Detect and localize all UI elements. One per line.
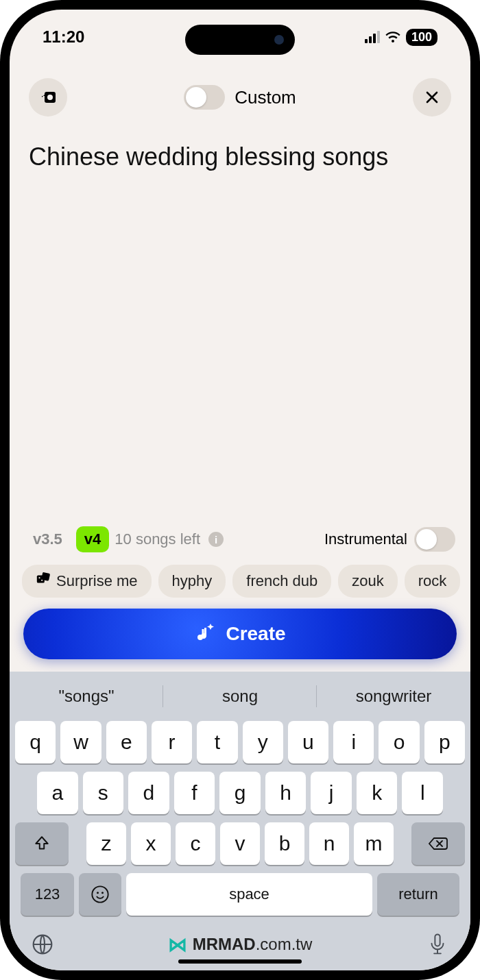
chip-label: Surprise me	[56, 572, 138, 590]
chip-hyphy[interactable]: hyphy	[158, 565, 226, 598]
key-row-3: z x c v b n m	[15, 822, 465, 865]
suggestion-bar: "songs" song songwriter	[10, 676, 470, 717]
key-k[interactable]: k	[357, 772, 398, 814]
phone-frame: 11:20 100 Custom	[0, 0, 480, 980]
globe-icon[interactable]	[30, 932, 55, 957]
key-o[interactable]: o	[379, 721, 419, 763]
version-v4[interactable]: v4	[76, 526, 109, 552]
key-r[interactable]: r	[152, 721, 192, 763]
key-g[interactable]: g	[219, 772, 261, 814]
svg-rect-7	[202, 629, 204, 637]
key-d[interactable]: d	[128, 772, 169, 814]
key-return[interactable]: return	[377, 873, 459, 916]
key-space[interactable]: space	[126, 873, 372, 916]
key-h[interactable]: h	[265, 772, 307, 814]
key-i[interactable]: i	[333, 721, 374, 763]
keyboard-footer: ⋈ MRMAD.com.tw	[10, 928, 470, 970]
key-b[interactable]: b	[265, 822, 304, 865]
chip-label: french dub	[246, 572, 317, 590]
screen: 11:20 100 Custom	[10, 10, 470, 970]
key-s[interactable]: s	[83, 772, 124, 814]
watermark-brand: MRMAD	[193, 935, 256, 953]
header-row: Custom	[10, 64, 470, 130]
dice-icon	[36, 572, 51, 591]
chip-zouk[interactable]: zouk	[338, 565, 397, 598]
chip-rock[interactable]: rock	[405, 565, 461, 598]
options-right: Instrumental	[324, 527, 455, 552]
chip-surprise-me[interactable]: Surprise me	[22, 565, 152, 598]
custom-label: Custom	[235, 87, 296, 108]
signal-icon	[365, 31, 380, 43]
key-m[interactable]: m	[354, 822, 394, 865]
key-l[interactable]: l	[402, 772, 443, 814]
svg-point-4	[38, 577, 40, 578]
chip-label: zouk	[352, 572, 383, 590]
prompt-area[interactable]: Chinese wedding blessing songs	[10, 130, 470, 184]
version-v35[interactable]: v3.5	[25, 526, 71, 552]
key-backspace[interactable]	[411, 822, 465, 865]
key-row-2: a s d f g h j k l	[15, 772, 465, 814]
svg-rect-3	[41, 572, 50, 581]
home-indicator	[178, 959, 302, 964]
svg-point-5	[41, 580, 43, 581]
dynamic-island	[185, 25, 295, 55]
key-j[interactable]: j	[311, 772, 352, 814]
key-123[interactable]: 123	[21, 873, 74, 916]
svg-point-9	[97, 892, 99, 894]
key-e[interactable]: e	[106, 721, 147, 763]
key-c[interactable]: c	[176, 822, 215, 865]
key-rows: q w e r t y u i o p a s d f g h	[10, 717, 470, 928]
key-v[interactable]: v	[220, 822, 260, 865]
custom-toggle[interactable]	[184, 85, 225, 110]
svg-point-10	[101, 892, 104, 894]
instrumental-toggle[interactable]	[414, 527, 455, 552]
key-q[interactable]: q	[15, 721, 56, 763]
key-emoji[interactable]	[79, 873, 121, 916]
key-p[interactable]: p	[424, 721, 465, 763]
options-left: v3.5 v4 10 songs left i	[25, 526, 224, 552]
mic-icon[interactable]	[425, 932, 450, 957]
status-time: 11:20	[43, 27, 84, 47]
svg-point-8	[92, 886, 108, 902]
suggestion-1[interactable]: "songs"	[10, 676, 163, 717]
key-x[interactable]: x	[131, 822, 171, 865]
create-label: Create	[226, 623, 285, 645]
create-wrap: Create	[10, 609, 470, 672]
key-y[interactable]: y	[243, 721, 283, 763]
options-row: v3.5 v4 10 songs left i Instrumental	[10, 526, 470, 561]
camera-back-button[interactable]	[29, 78, 67, 117]
suggestion-2[interactable]: song	[163, 676, 317, 717]
wifi-icon	[385, 27, 400, 47]
key-row-bottom: 123 space return	[15, 873, 465, 922]
key-t[interactable]: t	[197, 721, 237, 763]
spacer	[10, 184, 470, 526]
custom-toggle-group: Custom	[184, 85, 296, 110]
songs-left-label: 10 songs left	[115, 530, 200, 548]
close-button[interactable]	[413, 78, 451, 117]
battery-badge: 100	[406, 29, 437, 46]
music-sparkle-icon	[194, 621, 216, 648]
svg-rect-12	[435, 934, 440, 946]
suggestion-3[interactable]: songwriter	[317, 676, 470, 717]
prompt-text: Chinese wedding blessing songs	[29, 141, 451, 173]
watermark-icon: ⋈	[168, 933, 187, 956]
key-f[interactable]: f	[174, 772, 215, 814]
info-icon[interactable]: i	[208, 532, 224, 547]
key-z[interactable]: z	[86, 822, 126, 865]
watermark-tld: .com.tw	[256, 935, 313, 953]
key-row-1: q w e r t y u i o p	[15, 721, 465, 763]
key-n[interactable]: n	[309, 822, 349, 865]
chip-label: hyphy	[172, 572, 213, 590]
watermark: ⋈ MRMAD.com.tw	[168, 933, 313, 956]
key-shift[interactable]	[15, 822, 69, 865]
key-w[interactable]: w	[60, 721, 101, 763]
style-chips-row: Surprise me hyphy french dub zouk rock	[10, 561, 470, 609]
key-u[interactable]: u	[288, 721, 328, 763]
key-a[interactable]: a	[37, 772, 78, 814]
create-button[interactable]: Create	[23, 609, 457, 659]
keyboard: "songs" song songwriter q w e r t y u i …	[10, 672, 470, 970]
instrumental-label: Instrumental	[324, 530, 407, 548]
status-right: 100	[365, 27, 437, 47]
svg-point-1	[47, 95, 53, 100]
chip-french-dub[interactable]: french dub	[232, 565, 331, 598]
